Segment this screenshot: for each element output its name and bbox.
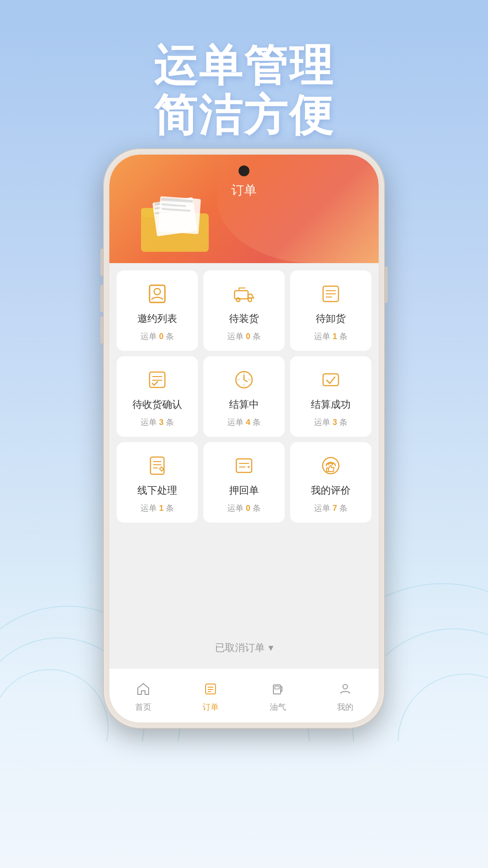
nav-label-fuel: 油气 <box>270 702 286 712</box>
returned-count: 运单 0 条 <box>227 503 261 514</box>
grid-item-confirm[interactable]: 待收货确认 运单 3 条 <box>117 356 198 437</box>
svg-rect-38 <box>275 686 279 689</box>
svg-rect-24 <box>323 374 338 386</box>
svg-rect-6 <box>158 196 201 234</box>
grid-item-settling[interactable]: 结算中 运单 4 条 <box>203 356 285 437</box>
returned-title: 押回单 <box>229 484 259 497</box>
unloading-title: 待卸货 <box>316 312 346 326</box>
settled-count: 运单 3 条 <box>314 417 347 428</box>
reviews-icon <box>318 453 343 478</box>
fuel-icon <box>268 679 288 699</box>
offline-count: 运单 1 条 <box>141 503 174 514</box>
cancelled-orders-row[interactable]: 已取消订单 ▾ <box>109 530 379 668</box>
svg-rect-10 <box>150 285 165 302</box>
svg-point-11 <box>154 288 160 295</box>
offline-title: 线下处理 <box>137 484 177 497</box>
reviews-title: 我的评价 <box>311 484 351 497</box>
grid-item-reviews[interactable]: 我的评价 运单 7 条 <box>290 442 371 523</box>
reviews-count: 运单 7 条 <box>314 503 347 514</box>
grid-item-invite-list[interactable]: 邀约列表 运单 0 条 <box>117 270 198 351</box>
unloading-icon <box>318 281 343 307</box>
invite-list-title: 邀约列表 <box>137 312 177 326</box>
settling-title: 结算中 <box>229 398 259 411</box>
hero-section: 运单管理 简洁方便 <box>0 41 488 141</box>
nav-label-order: 订单 <box>202 702 219 712</box>
offline-icon <box>145 453 170 478</box>
phone-frame: 订单 <box>104 149 384 728</box>
nav-item-fuel[interactable]: 油气 <box>244 679 311 712</box>
unloading-count: 运单 1 条 <box>314 331 347 342</box>
invite-list-count: 运单 0 条 <box>141 331 174 342</box>
phone-screen: 订单 <box>109 155 379 722</box>
app-content: 邀约列表 运单 0 条 <box>109 263 379 722</box>
app-header: 订单 <box>109 155 379 263</box>
loading-icon <box>231 281 257 307</box>
confirm-title: 待收货确认 <box>132 398 182 411</box>
grid-item-returned[interactable]: 押回单 运单 0 条 <box>203 442 285 523</box>
chevron-down-icon: ▾ <box>268 642 273 654</box>
header-illustration <box>136 195 218 254</box>
nav-item-home[interactable]: 首页 <box>109 679 177 712</box>
nav-label-home: 首页 <box>135 702 151 712</box>
grid-item-unloading[interactable]: 待卸货 运单 1 条 <box>290 270 371 351</box>
header-wave <box>217 155 379 263</box>
grid-item-settled[interactable]: 结算成功 运单 3 条 <box>290 356 371 437</box>
settled-icon <box>318 367 343 392</box>
settling-icon <box>231 367 257 392</box>
loading-title: 待装货 <box>229 312 259 326</box>
confirm-icon <box>145 367 170 392</box>
hero-line1: 运单管理 <box>0 41 488 90</box>
svg-point-39 <box>343 684 347 689</box>
svg-rect-29 <box>236 459 252 472</box>
settled-title: 结算成功 <box>311 398 351 411</box>
loading-count: 运单 0 条 <box>227 331 261 342</box>
hero-line2: 简洁方便 <box>0 90 488 140</box>
phone-mockup: 订单 <box>104 149 384 728</box>
svg-rect-25 <box>150 457 164 474</box>
home-icon <box>133 679 153 699</box>
nav-label-profile: 我的 <box>337 702 353 712</box>
settling-count: 运单 4 条 <box>227 417 261 428</box>
svg-rect-12 <box>235 291 248 299</box>
returned-icon <box>231 453 257 478</box>
svg-point-14 <box>248 298 252 302</box>
bottom-navigation: 首页 订单 <box>109 668 379 722</box>
profile-icon <box>335 679 355 699</box>
confirm-count: 运单 3 条 <box>141 417 174 428</box>
grid-item-offline[interactable]: 线下处理 运单 1 条 <box>117 442 198 523</box>
grid-item-loading[interactable]: 待装货 运单 0 条 <box>203 270 285 351</box>
nav-item-order[interactable]: 订单 <box>177 679 244 712</box>
svg-point-13 <box>236 298 240 302</box>
order-icon <box>201 679 221 699</box>
invite-list-icon <box>145 281 170 307</box>
nav-item-profile[interactable]: 我的 <box>311 679 379 712</box>
cancelled-text: 已取消订单 ▾ <box>215 641 273 655</box>
order-grid: 邀约列表 运单 0 条 <box>109 263 379 530</box>
